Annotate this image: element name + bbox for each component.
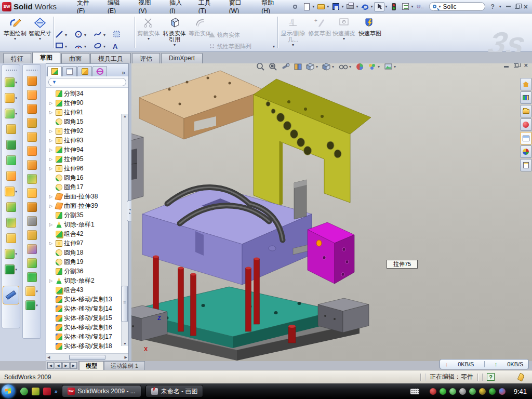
- sketch-dropdown-caret[interactable]: ▾: [14, 36, 16, 41]
- expand-arrow-icon[interactable]: ▷: [49, 101, 54, 105]
- smart-dimension-dropdown-caret[interactable]: ▾: [39, 36, 41, 41]
- feature-tree-item[interactable]: ▷实体-移动/复制17: [49, 332, 128, 341]
- convert-entities-button[interactable]: 转换实体引用 ▾: [162, 15, 188, 50]
- quick-launch-app-icon[interactable]: [32, 388, 39, 395]
- mold-tool-button[interactable]: ▾: [27, 244, 37, 254]
- smart-dimension-button[interactable]: 智能尺寸 ▾: [28, 15, 52, 50]
- linear-pattern-button[interactable]: 线性草图阵列▾: [209, 41, 275, 52]
- repair-sketch-button[interactable]: + 修复草图: [308, 15, 331, 50]
- start-button[interactable]: [2, 384, 15, 398]
- feature-tree-item[interactable]: ▷圆角16: [49, 173, 128, 182]
- mold-tool-button[interactable]: ▾: [27, 230, 37, 240]
- undo-dropdown-caret[interactable]: ▾: [370, 4, 373, 9]
- tray-icon[interactable]: [440, 388, 446, 395]
- feature-tool-button[interactable]: ▾: [6, 202, 16, 212]
- tree-horizontal-scrollbar[interactable]: ◀ ▶: [46, 353, 128, 361]
- feature-tool-button[interactable]: ▾: [6, 140, 16, 150]
- feature-tree-item[interactable]: ▷分割36: [49, 267, 128, 276]
- tool-dropdown-caret[interactable]: ▾: [36, 289, 38, 294]
- doc-close-button[interactable]: ×: [524, 63, 528, 69]
- search-input[interactable]: Solic: [443, 3, 456, 10]
- mold-tool-button[interactable]: ▾: [27, 132, 37, 142]
- tool-dropdown-caret[interactable]: ▾: [36, 303, 38, 308]
- nav-last-button[interactable]: ▶: [70, 362, 77, 369]
- toolbox-tab[interactable]: [520, 118, 531, 131]
- section-view-icon[interactable]: [294, 63, 302, 71]
- ribbon-tab[interactable]: 模具工具: [90, 53, 131, 63]
- zoom-fit-icon[interactable]: [256, 63, 265, 71]
- mold-tool-button[interactable]: ▾: [27, 272, 37, 282]
- doc-minimize-button[interactable]: [504, 66, 509, 68]
- mold-tool-button[interactable]: ▾: [25, 300, 38, 310]
- pin-icon[interactable]: [290, 2, 300, 11]
- feature-tree-item[interactable]: ▷分割34: [49, 89, 128, 98]
- print-icon[interactable]: [345, 2, 355, 11]
- expand-arrow-icon[interactable]: ▷: [49, 148, 54, 152]
- help-dropdown-caret[interactable]: ▾: [499, 4, 501, 9]
- feature-tool-button[interactable]: ▾: [6, 124, 16, 134]
- tree-scrollbar-thumb[interactable]: [122, 286, 128, 322]
- expand-arrow-icon[interactable]: ▷: [49, 166, 54, 171]
- text-icon[interactable]: A: [113, 43, 117, 50]
- select-dropdown-caret[interactable]: ▾: [385, 4, 387, 9]
- feature-tree-item[interactable]: ▷拉伸91: [49, 108, 128, 117]
- manager-overflow-chevron[interactable]: »: [119, 69, 127, 76]
- display-delete-relations-button[interactable]: ⊥ 显示/删除几... ▾: [280, 15, 307, 50]
- circle-icon[interactable]: [74, 30, 83, 40]
- design-library-tab[interactable]: [520, 91, 531, 104]
- expand-arrow-icon[interactable]: ▷: [49, 110, 54, 115]
- rectangle-dropdown-caret[interactable]: ▾: [65, 44, 67, 49]
- expand-arrow-icon[interactable]: ▷: [49, 278, 54, 283]
- doc-restore-button[interactable]: [514, 63, 518, 68]
- options-dropdown-caret[interactable]: ▾: [411, 4, 413, 9]
- hscrollbar-thumb[interactable]: [69, 355, 105, 360]
- feature-tool-button[interactable]: ▾: [6, 155, 16, 165]
- edit-appearance-icon[interactable]: [355, 63, 364, 71]
- hide-show-caret[interactable]: ▾: [349, 64, 351, 69]
- mold-tool-button[interactable]: ▾: [27, 104, 37, 114]
- feature-tree-item[interactable]: ▷圆角17: [49, 182, 128, 192]
- feature-tool-button[interactable]: ▾: [5, 109, 17, 118]
- mold-tool-button[interactable]: ▾: [27, 188, 37, 198]
- tool-dropdown-caret[interactable]: ▾: [15, 96, 17, 100]
- keyboard-layout-icon[interactable]: [410, 389, 419, 394]
- quick-launch-messenger-icon[interactable]: [20, 388, 28, 395]
- tray-icon[interactable]: [469, 388, 476, 395]
- feature-tree-item[interactable]: ▷实体-移动/复制16: [49, 323, 128, 332]
- expand-arrow-icon[interactable]: ▷: [49, 241, 54, 246]
- feature-manager-tab[interactable]: [47, 66, 62, 76]
- feature-tree-item[interactable]: ▷曲面-拉伸39: [49, 201, 128, 210]
- scroll-up-icon[interactable]: ▲: [123, 114, 127, 118]
- view-orientation-caret[interactable]: ▾: [316, 64, 318, 69]
- feature-tree-item[interactable]: ▷组合43: [49, 285, 128, 295]
- feature-tree-item[interactable]: ▷实体-移动/复制13: [49, 295, 128, 304]
- apply-scene-caret[interactable]: ▾: [378, 64, 380, 69]
- zoom-area-icon[interactable]: [269, 63, 277, 71]
- view-settings-caret[interactable]: ▾: [394, 64, 396, 69]
- tool-dropdown-caret[interactable]: ▾: [15, 81, 17, 85]
- configuration-manager-tab[interactable]: [77, 66, 92, 76]
- expand-arrow-icon[interactable]: ▷: [49, 222, 54, 227]
- tree-filter-input[interactable]: ▼: [48, 78, 126, 86]
- trim-dropdown-caret[interactable]: ▾: [148, 36, 150, 41]
- tray-icon[interactable]: [430, 388, 436, 395]
- quick-launch-overflow-chevron[interactable]: »: [55, 389, 58, 394]
- property-manager-tab[interactable]: [62, 66, 77, 76]
- display-delete-dropdown-caret[interactable]: ▾: [292, 43, 294, 47]
- new-document-icon[interactable]: [301, 2, 312, 11]
- feature-tree-item[interactable]: ▷拉伸97: [49, 238, 128, 248]
- trim-region-icon[interactable]: [113, 30, 121, 40]
- mold-tool-button[interactable]: ▾: [27, 202, 37, 212]
- tray-icon[interactable]: [499, 388, 506, 395]
- expand-arrow-icon[interactable]: ▷: [49, 204, 54, 208]
- feature-tree-item[interactable]: ▷拉伸90: [49, 98, 128, 108]
- spline-dropdown-caret[interactable]: ▾: [103, 33, 105, 37]
- convert-dropdown-caret[interactable]: ▾: [174, 43, 176, 47]
- file-explorer-tab[interactable]: [520, 105, 531, 117]
- line-dropdown-caret[interactable]: ▾: [65, 33, 67, 37]
- spline-icon[interactable]: [94, 30, 102, 40]
- tray-icon[interactable]: [459, 388, 466, 395]
- ellipse-icon[interactable]: [94, 42, 102, 51]
- ribbon-tab[interactable]: DimXpert: [161, 53, 203, 63]
- select-arrow-icon[interactable]: [374, 2, 384, 11]
